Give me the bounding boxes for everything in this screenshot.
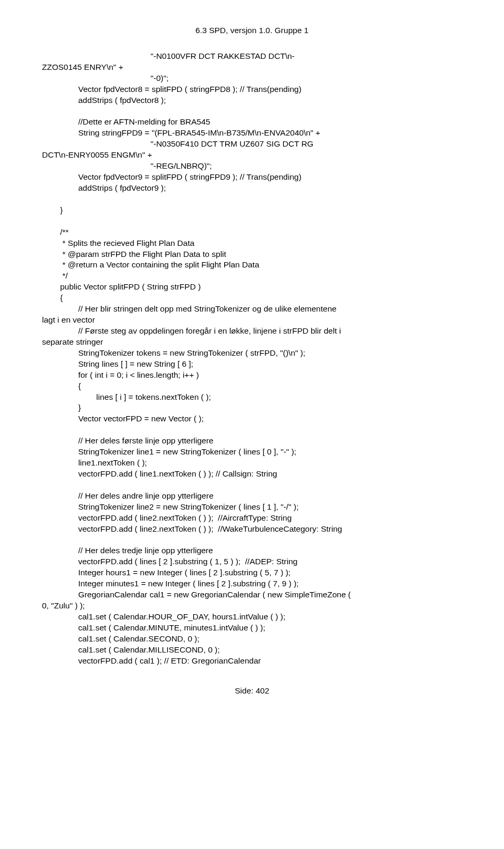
page-header: 6.3 SPD, versjon 1.0. Gruppe 1 — [42, 25, 462, 36]
code-content: "-N0100VFR DCT RAKKESTAD DCT\n- ZZOS0145… — [42, 51, 462, 667]
page-footer: Side: 402 — [42, 686, 462, 697]
document-page: 6.3 SPD, versjon 1.0. Gruppe 1 "-N0100VF… — [0, 0, 504, 717]
